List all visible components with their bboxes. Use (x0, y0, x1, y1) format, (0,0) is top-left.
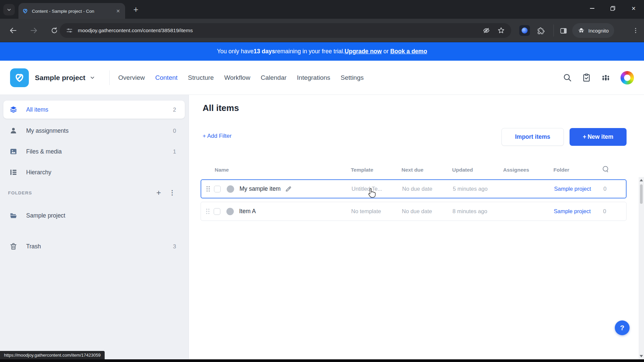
nav-workflow[interactable]: Workflow (224, 74, 250, 81)
import-items-button[interactable]: Import items (501, 128, 564, 146)
nav-integrations[interactable]: Integrations (297, 74, 330, 81)
browser-tab[interactable]: Content - Sample project - Con ✕ (18, 3, 125, 19)
team-icon[interactable] (601, 73, 610, 82)
upgrade-now-link[interactable]: Upgrade now (344, 48, 382, 55)
url-text[interactable]: moodjoy.gathercontent.com/content/385819… (78, 27, 193, 34)
sidebar-item-count: 0 (173, 128, 176, 134)
window-close-button[interactable]: ✕ (623, 0, 644, 17)
site-info-icon[interactable] (66, 27, 73, 34)
sidebar-item-count: 2 (173, 107, 176, 113)
nav-settings[interactable]: Settings (341, 74, 364, 81)
main-content: All items + Add Filter Import items + Ne… (189, 95, 639, 359)
item-template[interactable]: No template (351, 202, 381, 221)
back-icon[interactable] (9, 26, 17, 35)
pinned-extension-icon[interactable] (519, 25, 530, 36)
window-controls: ✕ (582, 0, 644, 17)
row-checkbox[interactable] (214, 208, 220, 215)
sidebar-item-label: My assignments (26, 127, 68, 134)
column-header-name: Name (215, 167, 229, 173)
nav-overview[interactable]: Overview (118, 74, 145, 81)
status-circle[interactable] (226, 208, 234, 215)
sidebar-item-all-items[interactable]: All items 2 (3, 101, 185, 119)
item-row[interactable]: Item A No template No due date 8 minutes… (201, 202, 627, 221)
sidebar-item-count: 1 (173, 148, 176, 155)
sidebar-item-label: Sample project (26, 212, 65, 219)
tasks-clipboard-icon[interactable] (582, 73, 591, 82)
scroll-down-icon[interactable] (640, 355, 643, 357)
scrollbar[interactable] (639, 177, 644, 359)
item-name[interactable]: My sample item (239, 185, 281, 192)
column-header-folder: Folder (553, 167, 569, 173)
restore-icon (609, 5, 616, 12)
item-template[interactable]: Untitled Te... (352, 180, 382, 198)
sidebar-item-trash[interactable]: Trash 3 (3, 237, 185, 255)
scroll-up-icon[interactable] (640, 179, 643, 181)
chevron-down-icon (90, 75, 95, 80)
eye-off-icon[interactable] (482, 26, 490, 35)
sidebar-item-my-assignments[interactable]: My assignments 0 (3, 122, 185, 140)
link-status-bar: https://moodjoy.gathercontent.com/item/1… (0, 351, 105, 359)
gathercontent-logo[interactable] (10, 68, 29, 87)
item-name[interactable]: Item A (239, 208, 256, 215)
nav-content[interactable]: Content (155, 74, 178, 81)
trial-banner: You only have 13 days remaining in your … (0, 42, 644, 61)
comments-column-icon (602, 165, 609, 173)
tab-favicon-icon (22, 8, 29, 14)
nav-structure[interactable]: Structure (188, 74, 214, 81)
new-item-button[interactable]: + New item (570, 128, 627, 146)
folders-section-header: FOLDERS + ⋮ (8, 189, 180, 196)
forward-icon[interactable] (30, 26, 38, 35)
sidebar-item-label: All items (26, 106, 48, 113)
window-minimize-button[interactable] (582, 0, 602, 17)
user-avatar[interactable] (621, 71, 634, 84)
search-icon[interactable] (563, 73, 572, 82)
item-folder-link[interactable]: Sample project (554, 202, 591, 221)
item-row[interactable]: My sample item Untitled Te... No due dat… (201, 179, 627, 198)
edit-pencil-icon[interactable] (285, 185, 292, 192)
folders-kebab-icon[interactable]: ⋮ (169, 189, 175, 196)
add-filter-link[interactable]: + Add Filter (203, 133, 231, 139)
column-header-updated: Updated (452, 167, 473, 173)
incognito-badge[interactable]: Incognito (572, 23, 614, 38)
address-bar[interactable]: moodjoy.gathercontent.com/content/385819… (60, 23, 511, 38)
banner-days-remaining: 13 days (254, 48, 275, 55)
layers-icon (9, 106, 17, 114)
scrollbar-thumb[interactable] (640, 184, 643, 204)
drag-handle-icon[interactable] (206, 180, 210, 198)
banner-text-middle: remaining in your free trial. (275, 48, 344, 55)
incognito-icon (578, 27, 585, 34)
project-switcher[interactable]: Sample project (35, 74, 95, 82)
close-icon: ✕ (631, 5, 636, 12)
new-tab-button[interactable]: + (131, 5, 141, 15)
tab-title: Content - Sample project - Con (32, 9, 94, 14)
folders-label: FOLDERS (8, 190, 32, 195)
item-updated: 5 minutes ago (453, 180, 488, 198)
bottom-edge-strip (0, 359, 644, 362)
help-button[interactable]: ? (615, 320, 630, 335)
bookmark-star-icon[interactable] (497, 26, 505, 35)
image-icon (9, 147, 17, 156)
item-folder-link[interactable]: Sample project (554, 180, 591, 198)
window-restore-button[interactable] (602, 0, 623, 17)
add-folder-icon[interactable]: + (156, 189, 161, 196)
browser-menu-icon[interactable] (632, 27, 639, 34)
tab-close-icon[interactable]: ✕ (114, 7, 122, 15)
nav-calendar[interactable]: Calendar (261, 74, 286, 81)
sidebar-item-files-media[interactable]: Files & media 1 (3, 142, 185, 161)
book-demo-link[interactable]: Book a demo (390, 48, 427, 55)
status-circle[interactable] (227, 185, 234, 193)
column-header-assignees: Assignees (503, 167, 529, 173)
extensions-puzzle-icon[interactable] (537, 27, 545, 35)
reload-icon[interactable] (50, 26, 58, 35)
sidebar-item-label: Files & media (26, 148, 62, 155)
row-checkbox[interactable] (214, 186, 221, 192)
sidebar-folder-sample-project[interactable]: Sample project (3, 206, 185, 225)
page-title: All items (203, 103, 239, 113)
folder-icon (9, 212, 17, 220)
drag-handle-icon[interactable] (206, 202, 210, 221)
tab-search-button[interactable] (3, 4, 15, 15)
sidebar-item-hierarchy[interactable]: Hierarchy (3, 163, 185, 181)
app-header: Sample project Overview Content Structur… (0, 61, 644, 95)
side-panel-icon[interactable] (559, 27, 568, 35)
item-comments-count: 0 (603, 202, 606, 221)
